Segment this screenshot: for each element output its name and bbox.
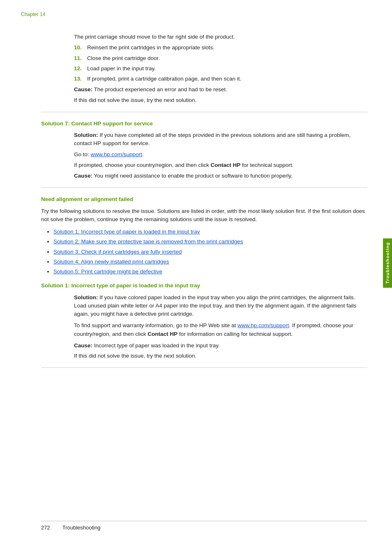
- section2-prompted-suffix: for technical support.: [240, 162, 293, 168]
- cause1-label: Cause:: [74, 86, 92, 92]
- step-12-num: 12.: [74, 65, 87, 73]
- section4-cause-label: Cause:: [74, 342, 92, 349]
- section4-contact-hp: Contact HP: [148, 331, 178, 337]
- section2-link[interactable]: www.hp.com/support: [91, 151, 142, 157]
- section2-cause-text: You might need assistance to enable the …: [94, 173, 293, 179]
- step-13-text: If prompted, print a cartridge calibrati…: [87, 75, 367, 83]
- cause1-block: Cause: The product experienced an error …: [74, 85, 367, 104]
- bullet-link-5[interactable]: Solution 5: Print cartridge might be def…: [53, 268, 162, 275]
- step-13: 13. If prompted, print a cartridge calib…: [74, 75, 367, 83]
- section4-cause-text: Incorrect type of paper was loaded in th…: [94, 342, 220, 349]
- section4-heading: Solution 1: Incorrect type of paper is l…: [41, 282, 367, 290]
- cause1-line: Cause: The product experienced an error …: [74, 85, 367, 94]
- section2-prompted-line: If prompted, choose your country/region,…: [74, 161, 367, 169]
- step-12: 12. Load paper in the input tray.: [74, 65, 367, 73]
- step-13-num: 13.: [74, 75, 87, 83]
- intro-paragraph: The print carriage should move to the fa…: [74, 33, 367, 41]
- section4-para2-prefix: To find support and warranty information…: [74, 322, 238, 328]
- section2-content: Solution: If you have completed all of t…: [74, 131, 367, 180]
- step-11: 11. Close the print cartridge door.: [74, 54, 367, 62]
- section2-prompted-text: If prompted, choose your country/region,…: [74, 162, 210, 168]
- list-item: Solution 5: Print cartridge might be def…: [53, 268, 367, 276]
- bullet-link-1[interactable]: Solution 1: Incorrect type of paper is l…: [53, 229, 200, 235]
- page: Chapter 14 Troubleshooting The print car…: [0, 0, 392, 543]
- section2-cause-line: Cause: You might need assistance to enab…: [74, 172, 367, 180]
- section2-solution-label: Solution:: [74, 132, 98, 138]
- section4-cause-line: Cause: Incorrect type of paper was loade…: [74, 342, 367, 350]
- side-tab-text: Troubleshooting: [385, 242, 390, 284]
- section4-solution-text: If you have colored paper loaded in the …: [74, 294, 356, 317]
- footer-page-number: 272: [41, 525, 50, 531]
- section2-goto-line: Go to: www.hp.com/support.: [74, 150, 367, 159]
- step-12-text: Load paper in the input tray.: [87, 65, 367, 73]
- section4-next-solution: If this did not solve the issue, try the…: [74, 352, 367, 360]
- main-content: The print carriage should move to the fa…: [41, 0, 367, 400]
- numbered-steps: 10. Reinsert the print cartridges in the…: [74, 44, 367, 83]
- intro-block: The print carriage should move to the fa…: [74, 33, 367, 41]
- list-item: Solution 1: Incorrect type of paper is l…: [53, 228, 367, 236]
- section4-block: Solution 1: Incorrect type of paper is l…: [41, 282, 367, 360]
- footer-section-title: Troubleshooting: [62, 525, 101, 531]
- section2-heading: Solution 7: Contact HP support for servi…: [41, 120, 367, 128]
- list-item: Solution 4: Align newly installed print …: [53, 258, 367, 266]
- section2-contact-hp: Contact HP: [210, 162, 240, 168]
- section3-block: Need alignment or alignment failed Try t…: [41, 195, 367, 276]
- section4-solution-label: Solution:: [74, 294, 98, 300]
- divider-1: [41, 112, 367, 112]
- divider-3: [41, 367, 367, 368]
- bullet-list: Solution 1: Incorrect type of paper is l…: [53, 228, 367, 276]
- bullet-link-3[interactable]: Solution 3: Check if print cartridges ar…: [53, 249, 182, 255]
- bullet-link-4[interactable]: Solution 4: Align newly installed print …: [53, 259, 169, 265]
- section4-solution-line: Solution: If you have colored paper load…: [74, 293, 367, 319]
- section2-block: Solution 7: Contact HP support for servi…: [41, 120, 367, 180]
- section4-para2: To find support and warranty information…: [74, 321, 367, 338]
- footer: 272 Troubleshooting: [41, 521, 367, 531]
- step-10: 10. Reinsert the print cartridges in the…: [74, 44, 367, 52]
- section2-solution-line: Solution: If you have completed all of t…: [74, 131, 367, 148]
- section2-link-suffix: .: [142, 151, 144, 157]
- section4-content: Solution: If you have colored paper load…: [74, 293, 367, 360]
- section4-para2-end: for information on calling for technical…: [178, 331, 293, 337]
- cause1-text: The product experienced an error and had…: [94, 86, 227, 92]
- section4-link[interactable]: www.hp.com/support: [238, 322, 289, 328]
- step-10-num: 10.: [74, 44, 87, 52]
- section2-cause-label: Cause:: [74, 173, 92, 179]
- chapter-label: Chapter 14: [21, 12, 45, 17]
- next-solution1: If this did not solve the issue, try the…: [74, 96, 367, 104]
- section2-goto-text: Go to:: [74, 151, 91, 157]
- section3-heading: Need alignment or alignment failed: [41, 195, 367, 203]
- side-tab: Troubleshooting: [383, 238, 392, 288]
- step-10-text: Reinsert the print cartridges in the app…: [87, 44, 367, 52]
- list-item: Solution 2: Make sure the protective tap…: [53, 238, 367, 246]
- step-11-num: 11.: [74, 54, 87, 62]
- list-item: Solution 3: Check if print cartridges ar…: [53, 248, 367, 256]
- step-11-text: Close the print cartridge door.: [87, 54, 367, 62]
- chapter-header: Chapter 14: [21, 12, 45, 17]
- section2-solution-text: If you have completed all of the steps p…: [74, 132, 350, 146]
- divider-2: [41, 187, 367, 188]
- section3-intro: Try the following solutions to resolve t…: [41, 207, 367, 224]
- bullet-link-2[interactable]: Solution 2: Make sure the protective tap…: [53, 238, 243, 245]
